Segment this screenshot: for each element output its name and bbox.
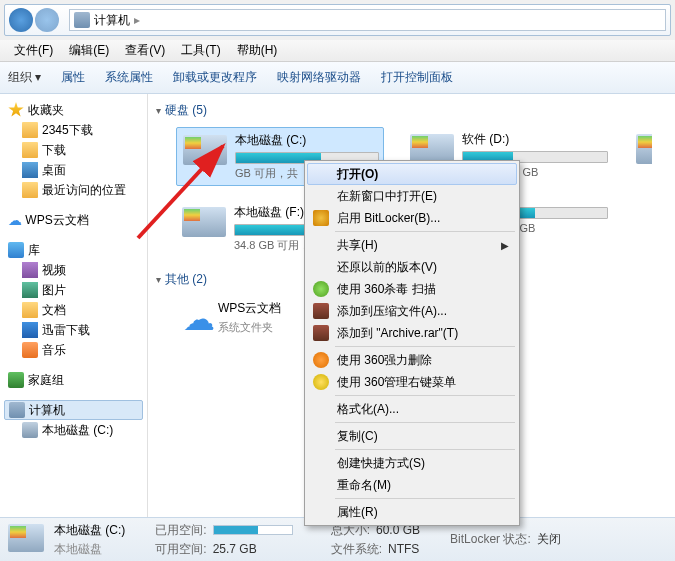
ctx-properties[interactable]: 属性(R) bbox=[307, 501, 517, 523]
ctx-label: 添加到 "Archive.rar"(T) bbox=[337, 325, 458, 342]
breadcrumb-text[interactable]: 计算机 bbox=[94, 12, 130, 29]
drive-partial[interactable] bbox=[632, 127, 652, 186]
cloud-icon: ☁ bbox=[180, 300, 218, 338]
status-title: 本地磁盘 (C:) bbox=[54, 522, 125, 539]
computer-icon bbox=[74, 12, 90, 28]
desktop-icon bbox=[22, 162, 38, 178]
sidebar-homegroup[interactable]: 家庭组 bbox=[4, 370, 143, 390]
antivirus-icon bbox=[313, 281, 329, 297]
ctx-separator bbox=[335, 346, 515, 347]
status-drive-icon bbox=[8, 524, 46, 556]
drive-name: 本地磁盘 (C:) bbox=[235, 132, 379, 149]
sidebar-item-videos[interactable]: 视频 bbox=[4, 260, 143, 280]
tool-controlpanel[interactable]: 打开控制面板 bbox=[381, 69, 453, 86]
video-icon bbox=[22, 262, 38, 278]
cloud-icon: ☁ bbox=[8, 212, 22, 228]
thunder-icon bbox=[22, 322, 38, 338]
sidebar-libraries[interactable]: 库 bbox=[4, 240, 143, 260]
sidebar-item-label: 2345下载 bbox=[42, 122, 93, 139]
ctx-label: 共享(H) bbox=[337, 237, 378, 254]
sidebar-item-label: 库 bbox=[28, 242, 40, 259]
ctx-separator bbox=[335, 449, 515, 450]
menu-edit[interactable]: 编辑(E) bbox=[61, 40, 117, 61]
sidebar-item-thunder[interactable]: 迅雷下载 bbox=[4, 320, 143, 340]
status-bitlocker-label: BitLocker 状态: bbox=[450, 531, 531, 548]
manage-icon bbox=[313, 374, 329, 390]
ctx-add-archive-rar[interactable]: 添加到 "Archive.rar"(T) bbox=[307, 322, 517, 344]
ctx-label: 创建快捷方式(S) bbox=[337, 455, 425, 472]
menu-help[interactable]: 帮助(H) bbox=[229, 40, 286, 61]
tool-sysprops[interactable]: 系统属性 bbox=[105, 69, 153, 86]
ctx-add-archive[interactable]: 添加到压缩文件(A)... bbox=[307, 300, 517, 322]
tool-organize[interactable]: 组织 ▾ bbox=[8, 69, 41, 86]
tool-mapdrive[interactable]: 映射网络驱动器 bbox=[277, 69, 361, 86]
ctx-separator bbox=[335, 231, 515, 232]
ctx-share[interactable]: 共享(H)▶ bbox=[307, 234, 517, 256]
group-label: 硬盘 (5) bbox=[165, 102, 207, 119]
collapse-icon[interactable]: ▾ bbox=[156, 274, 161, 285]
ctx-360-manage-menu[interactable]: 使用 360管理右键菜单 bbox=[307, 371, 517, 393]
status-bitlocker-value: 关闭 bbox=[537, 531, 561, 548]
sidebar-item-label: 计算机 bbox=[29, 402, 65, 419]
sidebar-favorites[interactable]: 收藏夹 bbox=[4, 100, 143, 120]
sidebar-item-label: 文档 bbox=[42, 302, 66, 319]
back-button[interactable] bbox=[9, 8, 33, 32]
sidebar-wps[interactable]: ☁ WPS云文档 bbox=[4, 210, 143, 230]
ctx-separator bbox=[335, 498, 515, 499]
ctx-label: 添加到压缩文件(A)... bbox=[337, 303, 447, 320]
breadcrumb-box[interactable]: 计算机 ▸ bbox=[69, 9, 666, 31]
sidebar-item-downloads[interactable]: 下载 bbox=[4, 140, 143, 160]
delete-icon bbox=[313, 352, 329, 368]
sidebar-item-recent[interactable]: 最近访问的位置 bbox=[4, 180, 143, 200]
ctx-restore-previous[interactable]: 还原以前的版本(V) bbox=[307, 256, 517, 278]
ctx-rename[interactable]: 重命名(M) bbox=[307, 474, 517, 496]
sidebar-item-documents[interactable]: 文档 bbox=[4, 300, 143, 320]
sidebar-item-label: 本地磁盘 (C:) bbox=[42, 422, 113, 439]
menu-file[interactable]: 文件(F) bbox=[6, 40, 61, 61]
sidebar-favorites-label: 收藏夹 bbox=[28, 102, 64, 119]
drive-icon bbox=[181, 132, 229, 168]
sidebar-item-music[interactable]: 音乐 bbox=[4, 340, 143, 360]
music-icon bbox=[22, 342, 38, 358]
ctx-copy[interactable]: 复制(C) bbox=[307, 425, 517, 447]
status-used-label: 已用空间: bbox=[155, 522, 206, 539]
ctx-bitlocker[interactable]: 启用 BitLocker(B)... bbox=[307, 207, 517, 229]
sidebar-item-2345[interactable]: 2345下载 bbox=[4, 120, 143, 140]
ctx-label: 使用 360管理右键菜单 bbox=[337, 374, 456, 391]
sidebar: 收藏夹 2345下载 下载 桌面 最近访问的位置 ☁ WPS云文档 库 视频 图… bbox=[0, 94, 148, 524]
ctx-label: 使用 360杀毒 扫描 bbox=[337, 281, 436, 298]
sidebar-item-label: 桌面 bbox=[42, 162, 66, 179]
ctx-label: 使用 360强力删除 bbox=[337, 352, 432, 369]
forward-button[interactable] bbox=[35, 8, 59, 32]
tool-uninstall[interactable]: 卸载或更改程序 bbox=[173, 69, 257, 86]
sidebar-item-desktop[interactable]: 桌面 bbox=[4, 160, 143, 180]
ctx-360-force-delete[interactable]: 使用 360强力删除 bbox=[307, 349, 517, 371]
document-icon bbox=[22, 302, 38, 318]
rar-icon bbox=[313, 303, 329, 319]
status-free-label: 可用空间: bbox=[155, 541, 206, 558]
ctx-open[interactable]: 打开(O) bbox=[307, 163, 517, 185]
recent-icon bbox=[22, 182, 38, 198]
folder-icon bbox=[22, 122, 38, 138]
status-fs-value: NTFS bbox=[388, 542, 419, 556]
ctx-label: 打开(O) bbox=[337, 166, 378, 183]
ctx-create-shortcut[interactable]: 创建快捷方式(S) bbox=[307, 452, 517, 474]
ctx-format[interactable]: 格式化(A)... bbox=[307, 398, 517, 420]
sidebar-item-disk-c[interactable]: 本地磁盘 (C:) bbox=[4, 420, 143, 440]
menu-view[interactable]: 查看(V) bbox=[117, 40, 173, 61]
menu-tools[interactable]: 工具(T) bbox=[173, 40, 228, 61]
tool-properties[interactable]: 属性 bbox=[61, 69, 85, 86]
folder-icon bbox=[22, 142, 38, 158]
ctx-360-scan[interactable]: 使用 360杀毒 扫描 bbox=[307, 278, 517, 300]
sidebar-item-label: 最近访问的位置 bbox=[42, 182, 126, 199]
ctx-open-new-window[interactable]: 在新窗口中打开(E) bbox=[307, 185, 517, 207]
sidebar-item-label: 音乐 bbox=[42, 342, 66, 359]
library-icon bbox=[8, 242, 24, 258]
sidebar-computer[interactable]: 计算机 bbox=[4, 400, 143, 420]
sidebar-item-label: 视频 bbox=[42, 262, 66, 279]
group-header-drives[interactable]: ▾ 硬盘 (5) bbox=[156, 98, 667, 123]
sidebar-item-pictures[interactable]: 图片 bbox=[4, 280, 143, 300]
collapse-icon[interactable]: ▾ bbox=[156, 105, 161, 116]
menu-bar: 文件(F) 编辑(E) 查看(V) 工具(T) 帮助(H) bbox=[0, 40, 675, 62]
star-icon bbox=[8, 102, 24, 118]
